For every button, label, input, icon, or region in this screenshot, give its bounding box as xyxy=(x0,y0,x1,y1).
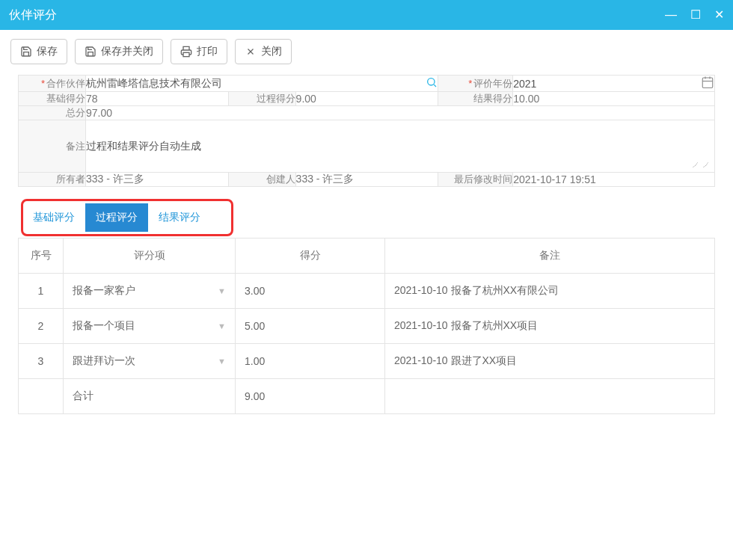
svg-rect-5 xyxy=(702,78,713,88)
svg-line-4 xyxy=(434,84,436,87)
save-close-label: 保存并关闭 xyxy=(101,45,153,58)
remark-label: 备注 xyxy=(19,120,86,173)
row-remark[interactable]: 2021-10-10 报备了杭州XX有限公司 xyxy=(385,274,715,309)
year-field[interactable]: 2021 xyxy=(513,76,715,92)
print-icon xyxy=(180,46,192,58)
form-table: 合作伙伴 杭州雷峰塔信息技术有限公司 评价年份 2021 xyxy=(18,75,715,187)
row-item-cell[interactable]: 报备一个项目 ▼ xyxy=(64,309,236,344)
total-remark xyxy=(385,379,715,414)
resize-handle-icon[interactable]: ⟋⟋ xyxy=(690,159,711,170)
result-score-value: 10.00 xyxy=(513,92,715,106)
table-row[interactable]: 2 报备一个项目 ▼ 5.00 2021-10-10 报备了杭州XX项目 xyxy=(19,309,715,344)
row-no: 1 xyxy=(19,274,64,309)
tabs-wrap: 基础评分 过程评分 结果评分 xyxy=(22,203,715,232)
partner-value: 杭州雷峰塔信息技术有限公司 xyxy=(86,77,222,90)
process-score-label: 过程得分 xyxy=(228,92,295,106)
save-close-button[interactable]: 保存并关闭 xyxy=(75,39,163,64)
window-title: 伙伴评分 xyxy=(9,7,57,23)
save-label: 保存 xyxy=(37,45,58,58)
row-score[interactable]: 3.00 xyxy=(236,274,385,309)
row-no: 3 xyxy=(19,344,64,379)
remark-field[interactable]: 过程和结果评分自动生成 ⟋⟋ xyxy=(86,120,715,173)
svg-rect-0 xyxy=(183,52,189,56)
row-score[interactable]: 5.00 xyxy=(236,309,385,344)
calendar-icon[interactable] xyxy=(701,76,714,91)
total-score: 9.00 xyxy=(236,379,385,414)
total-label: 合计 xyxy=(64,379,236,414)
partner-label: 合作伙伴 xyxy=(19,76,86,92)
form-area: 合作伙伴 杭州雷峰塔信息技术有限公司 评价年份 2021 xyxy=(0,70,733,414)
modified-value: 2021-10-17 19:51 xyxy=(513,173,715,187)
print-label: 打印 xyxy=(197,45,218,58)
creator-value: 333 - 许三多 xyxy=(295,173,438,187)
row-remark[interactable]: 2021-10-10 报备了杭州XX项目 xyxy=(385,309,715,344)
row-no: 2 xyxy=(19,309,64,344)
total-score-value: 97.00 xyxy=(86,106,715,120)
base-score-value: 78 xyxy=(86,92,229,106)
search-icon[interactable] xyxy=(426,76,438,90)
col-remark: 备注 xyxy=(385,239,715,274)
owner-value: 333 - 许三多 xyxy=(86,173,229,187)
creator-label: 创建人 xyxy=(228,173,295,187)
partner-field[interactable]: 杭州雷峰塔信息技术有限公司 xyxy=(86,76,438,92)
row-item: 报备一个项目 xyxy=(73,319,135,333)
minimize-icon[interactable]: — xyxy=(665,9,677,21)
close-icon xyxy=(245,46,257,58)
tab-result-score[interactable]: 结果评分 xyxy=(148,203,211,232)
row-remark[interactable]: 2021-10-10 跟进了XX项目 xyxy=(385,344,715,379)
tabs: 基础评分 过程评分 结果评分 xyxy=(22,203,715,232)
year-value: 2021 xyxy=(513,78,536,90)
result-score-label: 结果得分 xyxy=(438,92,513,106)
col-item: 评分项 xyxy=(64,239,236,274)
close-button[interactable]: 关闭 xyxy=(235,39,292,64)
svg-point-3 xyxy=(428,79,435,85)
tab-process-score[interactable]: 过程评分 xyxy=(85,203,148,232)
close-label: 关闭 xyxy=(261,45,282,58)
close-window-icon[interactable]: ✕ xyxy=(714,9,724,21)
save-close-icon xyxy=(85,46,96,58)
process-score-value: 9.00 xyxy=(295,92,438,106)
row-item-cell[interactable]: 报备一家客户 ▼ xyxy=(64,274,236,309)
remark-value: 过程和结果评分自动生成 xyxy=(86,140,201,152)
row-item: 报备一家客户 xyxy=(73,284,135,298)
table-row[interactable]: 1 报备一家客户 ▼ 3.00 2021-10-10 报备了杭州XX有限公司 xyxy=(19,274,715,309)
row-item: 跟进拜访一次 xyxy=(73,354,135,368)
chevron-down-icon[interactable]: ▼ xyxy=(218,321,226,330)
base-score-label: 基础得分 xyxy=(19,92,86,106)
tab-base-score[interactable]: 基础评分 xyxy=(22,203,85,232)
year-label: 评价年份 xyxy=(438,76,513,92)
total-no xyxy=(19,379,64,414)
owner-label: 所有者 xyxy=(19,173,86,187)
table-header-row: 序号 评分项 得分 备注 xyxy=(19,239,715,274)
save-button[interactable]: 保存 xyxy=(10,39,67,64)
chevron-down-icon[interactable]: ▼ xyxy=(218,357,226,366)
total-score-label: 总分 xyxy=(19,106,86,120)
maximize-icon[interactable]: ☐ xyxy=(690,9,701,21)
chevron-down-icon[interactable]: ▼ xyxy=(218,286,226,295)
window-controls: — ☐ ✕ xyxy=(665,9,724,21)
col-no: 序号 xyxy=(19,239,64,274)
table-total-row: 合计 9.00 xyxy=(19,379,715,414)
score-table: 序号 评分项 得分 备注 1 报备一家客户 ▼ 3.00 2021-10-10 … xyxy=(18,238,715,414)
col-score: 得分 xyxy=(236,239,385,274)
row-score[interactable]: 1.00 xyxy=(236,344,385,379)
toolbar: 保存 保存并关闭 打印 关闭 xyxy=(0,30,733,70)
save-icon xyxy=(20,46,32,58)
title-bar: 伙伴评分 — ☐ ✕ xyxy=(0,0,733,30)
modified-label: 最后修改时间 xyxy=(438,173,513,187)
table-row[interactable]: 3 跟进拜访一次 ▼ 1.00 2021-10-10 跟进了XX项目 xyxy=(19,344,715,379)
print-button[interactable]: 打印 xyxy=(171,39,227,64)
row-item-cell[interactable]: 跟进拜访一次 ▼ xyxy=(64,344,236,379)
